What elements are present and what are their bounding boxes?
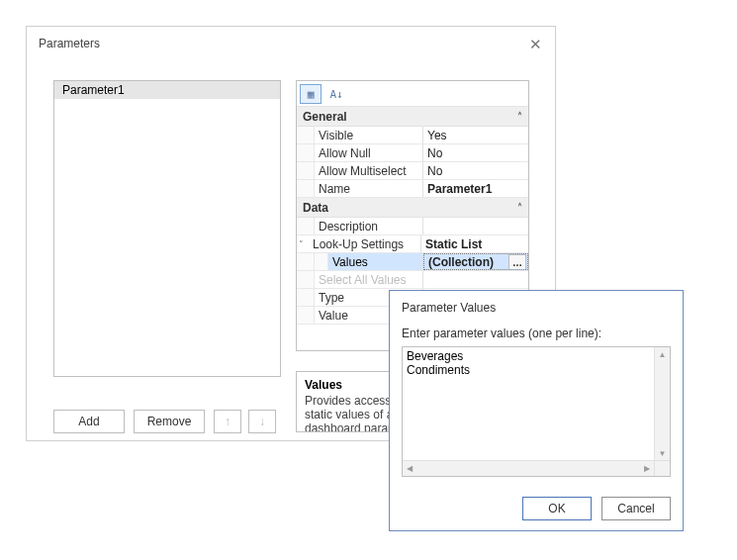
scroll-right-icon[interactable]: ▶ <box>641 463 653 474</box>
prop-row-description[interactable]: Description <box>297 218 528 235</box>
scroll-up-icon[interactable]: ▲ <box>657 348 668 360</box>
prop-value-text: (Collection) <box>428 255 494 269</box>
alphabetical-icon[interactable]: A↓ <box>325 84 347 104</box>
prop-label: Visible <box>315 127 423 143</box>
cancel-button[interactable]: Cancel <box>601 497 671 520</box>
parameter-values-dialog: Parameter Values Enter parameter values … <box>389 290 684 531</box>
prop-label: Look-Up Settings <box>309 235 421 252</box>
dialog-title: Parameters <box>27 27 555 56</box>
vertical-scrollbar[interactable]: ▲ ▼ <box>654 347 670 460</box>
prop-row-select-all-values: Select All Values <box>297 271 528 289</box>
category-general[interactable]: General ˄ <box>297 107 528 127</box>
list-item[interactable]: Parameter1 <box>54 81 280 99</box>
horizontal-scrollbar[interactable]: ◀ ▶ <box>403 460 654 476</box>
close-icon[interactable]: ✕ <box>525 35 545 54</box>
prop-value[interactable]: Static List <box>421 235 528 252</box>
prop-row-lookup-settings[interactable]: ˅ Look-Up Settings Static List <box>297 235 528 253</box>
scroll-left-icon[interactable]: ◀ <box>404 463 415 474</box>
popup-prompt: Enter parameter values (one per line): <box>390 327 683 344</box>
parameters-listbox[interactable]: Parameter1 <box>53 80 281 377</box>
arrow-up-icon: ↑ <box>225 415 230 428</box>
ellipsis-button[interactable]: … <box>508 254 526 270</box>
prop-value[interactable]: (Collection) … <box>423 253 528 270</box>
arrow-down-icon: ↓ <box>259 415 265 428</box>
scroll-down-icon[interactable]: ▼ <box>657 447 668 459</box>
prop-row-name[interactable]: Name Parameter1 <box>297 180 528 198</box>
popup-title: Parameter Values <box>390 291 683 327</box>
prop-label: Description <box>315 218 423 234</box>
chevron-up-icon: ˄ <box>517 202 522 213</box>
prop-row-allow-null[interactable]: Allow Null No <box>297 144 528 162</box>
prop-row-visible[interactable]: Visible Yes <box>297 127 528 144</box>
category-label: Data <box>303 201 328 215</box>
prop-value[interactable]: No <box>423 144 528 161</box>
add-button[interactable]: Add <box>53 410 125 433</box>
prop-label: Name <box>315 180 423 197</box>
prop-row-values[interactable]: Values (Collection) … <box>297 253 528 271</box>
prop-label: Select All Values <box>315 271 423 288</box>
categorized-icon[interactable]: ▦ <box>300 84 322 104</box>
chevron-up-icon: ˄ <box>517 111 522 122</box>
category-label: General <box>303 110 347 124</box>
ok-button[interactable]: OK <box>522 497 592 520</box>
prop-value[interactable] <box>423 218 528 234</box>
move-down-button[interactable]: ↓ <box>248 410 276 433</box>
prop-value[interactable]: Yes <box>423 127 528 143</box>
values-textarea[interactable] <box>403 347 654 460</box>
prop-value[interactable]: Parameter1 <box>423 180 528 197</box>
popup-buttons: OK Cancel <box>522 497 671 520</box>
propgrid-toolbar: ▦ A↓ <box>297 81 528 107</box>
prop-value <box>423 271 528 288</box>
category-data[interactable]: Data ˄ <box>297 198 528 218</box>
scrollbar-corner <box>654 460 670 476</box>
prop-label: Values <box>328 253 423 270</box>
chevron-down-icon[interactable]: ˅ <box>297 235 309 252</box>
prop-label: Allow Null <box>315 144 423 161</box>
remove-button[interactable]: Remove <box>134 410 205 433</box>
values-textarea-wrapper: ▲ ▼ ◀ ▶ <box>402 346 671 477</box>
prop-row-allow-multiselect[interactable]: Allow Multiselect No <box>297 162 528 180</box>
move-up-button[interactable]: ↑ <box>214 410 241 433</box>
prop-value[interactable]: No <box>423 162 528 179</box>
prop-label: Allow Multiselect <box>315 162 423 179</box>
